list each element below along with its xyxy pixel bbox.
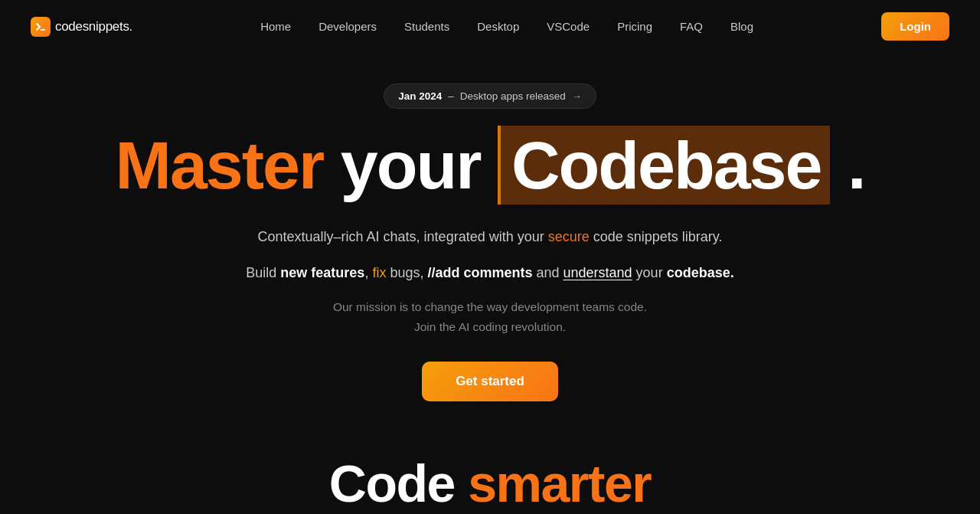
subline2-mid: bugs, (386, 265, 427, 280)
announcement-separator: – (448, 90, 454, 102)
announcement-badge[interactable]: Jan 2024 – Desktop apps released → (384, 83, 596, 109)
bottom-heading-code: Code (329, 454, 455, 512)
login-button[interactable]: Login (881, 12, 949, 41)
hero-mission: Our mission is to change the way develop… (333, 297, 647, 338)
nav-item-home[interactable]: Home (260, 20, 291, 33)
hero-section: Jan 2024 – Desktop apps released → Maste… (0, 53, 980, 447)
nav-item-pricing[interactable]: Pricing (617, 20, 652, 33)
navbar: codesnippets. Home Developers Students D… (0, 0, 980, 53)
logo-text: codesnippets. (55, 19, 132, 34)
hero-subtext-2: Build new features, fix bugs, //add comm… (246, 261, 733, 285)
announcement-date: Jan 2024 (398, 90, 442, 102)
mission-line1: Our mission is to change the way develop… (333, 300, 647, 313)
bottom-heading-smarter: smarter (455, 454, 651, 512)
mission-line2: Join the AI coding revolution. (414, 320, 566, 333)
heading-your: your (341, 127, 498, 203)
logo-icon (31, 17, 51, 37)
heading-codebase: Codebase (498, 126, 831, 205)
subline2-fix: fix (372, 265, 386, 280)
subline2-bold2: //add comments (427, 265, 532, 280)
nav-item-desktop[interactable]: Desktop (477, 20, 519, 33)
subline2-underline: understand (564, 265, 632, 280)
bottom-section: Code smarter (0, 447, 980, 512)
logo-link[interactable]: codesnippets. (31, 17, 132, 37)
heading-master: Master (116, 127, 324, 203)
nav-links: Home Developers Students Desktop VSCode … (260, 20, 753, 34)
nav-item-students[interactable]: Students (404, 20, 449, 33)
subline2-comma1: , (364, 265, 372, 280)
subline2-bold3: codebase. (667, 265, 734, 280)
subline2-and: and (532, 265, 563, 280)
heading-codebase-wrapper: Codebase (498, 130, 831, 201)
heading-period: . (848, 127, 864, 203)
get-started-button[interactable]: Get started (422, 362, 558, 401)
nav-item-blog[interactable]: Blog (730, 20, 753, 33)
nav-item-faq[interactable]: FAQ (680, 20, 703, 33)
subline1-pre: Contextually–rich AI chats, integrated w… (258, 229, 548, 244)
subline1-highlight: secure (548, 229, 590, 244)
announcement-arrow: → (572, 90, 582, 102)
hero-heading: Master your Codebase . (116, 130, 865, 201)
subline2-pre: Build (246, 265, 280, 280)
bottom-heading: Code smarter (0, 455, 980, 512)
subline2-end-pre: your (632, 265, 667, 280)
hero-subtext-1: Contextually–rich AI chats, integrated w… (258, 225, 723, 249)
nav-item-vscode[interactable]: VSCode (547, 20, 590, 33)
announcement-text: Desktop apps released (460, 90, 566, 102)
subline1-post: code snippets library. (590, 229, 723, 244)
nav-item-developers[interactable]: Developers (318, 20, 377, 33)
subline2-bold1: new features (280, 265, 364, 280)
